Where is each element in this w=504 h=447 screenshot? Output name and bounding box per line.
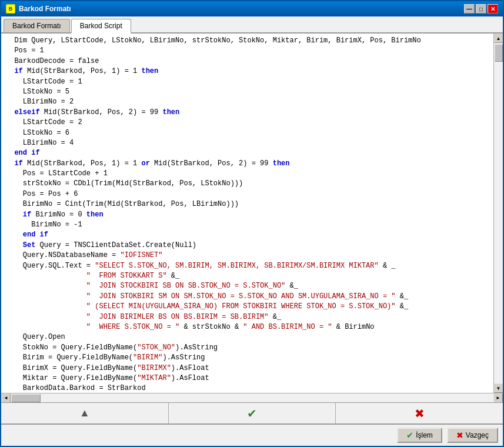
titlebar-controls: — □ ✕ [464,4,498,14]
scroll-right-arrow[interactable]: ► [493,393,503,403]
scroll-up-arrow[interactable]: ▲ [494,34,503,43]
scroll-track-v [494,63,503,383]
ok-icon: ✔ [406,431,413,440]
cross-icon: ✖ [415,406,425,421]
maximize-button[interactable]: □ [476,4,486,14]
cancel-button[interactable]: ✖ Vazgeç [447,428,498,443]
action-up[interactable]: ▲ [1,403,169,423]
scroll-thumb-h[interactable] [11,394,41,402]
tab-barkod-script[interactable]: Barkod Script [71,19,131,34]
close-button[interactable]: ✕ [488,4,498,14]
scroll-down-arrow[interactable]: ▼ [494,383,503,393]
horizontal-scrollbar[interactable]: ◄ ► [1,393,503,402]
cancel-icon: ✖ [456,431,463,440]
titlebar: B Barkod Formatı — □ ✕ [1,1,503,16]
content-area: Dim Query, LStartCode, LStokNo, LBirimNo… [1,34,503,423]
scroll-left-arrow[interactable]: ◄ [1,393,11,403]
footer-bar: ✔ İşlem ✖ Vazgeç [1,423,503,446]
window-title: Barkod Formatı [19,5,71,13]
ok-label: İşlem [416,431,433,439]
tab-barkod-formati[interactable]: Barkod Formatı [4,19,70,32]
tabs-bar: Barkod Formatı Barkod Script [1,16,503,34]
code-scroll[interactable]: Dim Query, LStartCode, LStokNo, LBirimNo… [1,34,493,393]
check-icon: ✔ [247,406,257,421]
cancel-label: Vazgeç [466,431,489,439]
ok-button[interactable]: ✔ İşlem [397,428,442,443]
titlebar-left: B Barkod Formatı [6,4,71,14]
window-icon: B [6,4,15,14]
scroll-thumb-v[interactable] [495,44,503,62]
action-check[interactable]: ✔ [169,403,336,423]
up-icon: ▲ [79,407,90,419]
code-wrapper: Dim Query, LStartCode, LStokNo, LBirimNo… [1,34,503,393]
action-cross[interactable]: ✖ [336,403,503,423]
scroll-track-h [11,393,493,402]
vertical-scrollbar[interactable]: ▲ ▼ [493,34,503,393]
minimize-button[interactable]: — [464,4,475,14]
action-bar: ▲ ✔ ✖ [1,402,503,423]
main-window: B Barkod Formatı — □ ✕ Barkod Formatı Ba… [0,0,504,447]
code-editor[interactable]: Dim Query, LStartCode, LStokNo, LBirimNo… [1,34,493,393]
